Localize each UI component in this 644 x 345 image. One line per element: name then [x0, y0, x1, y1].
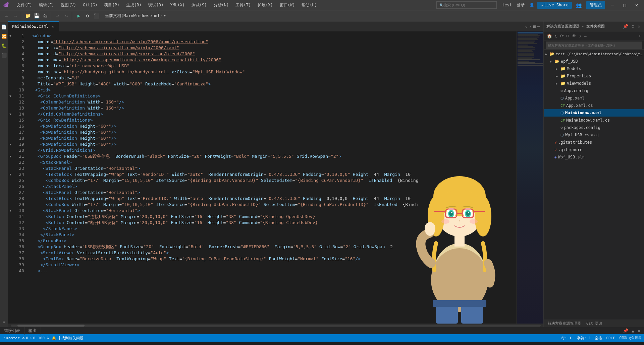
tree-item-csproj[interactable]: ⬡ Wpf_USB.csproj: [544, 131, 644, 139]
bottom-close-icon[interactable]: ✕: [637, 328, 641, 334]
debug-activity-icon[interactable]: 🐛: [0, 42, 8, 50]
code-editor[interactable]: <Window xmlns="http://schemas.microsoft.…: [30, 31, 517, 324]
menu-window[interactable]: 窗口(W): [276, 1, 299, 9]
solution-search[interactable]: [544, 41, 644, 50]
add-filter-icon[interactable]: +: [637, 33, 642, 39]
admin-button[interactable]: 管理员: [586, 1, 605, 9]
errors-item[interactable]: ⊘ 0 ⚠ 0: [22, 336, 36, 340]
menu-help[interactable]: 帮助(H): [298, 1, 320, 9]
toolbar-forward[interactable]: →: [11, 12, 19, 20]
tree-item-wpf-usb[interactable]: ▼ 📂 Wpf_USB: [544, 58, 644, 65]
toolbar-attach[interactable]: ⚙: [84, 12, 92, 20]
spaces-item[interactable]: 空格: [595, 336, 602, 341]
refresh-icon[interactable]: ↻: [554, 33, 558, 39]
tree-item-mainwindow-xaml[interactable]: ⬡ MainWindow.xaml: [544, 109, 644, 117]
toolbar-back[interactable]: ←: [3, 12, 11, 20]
sol-tab-explorer[interactable]: 解决方案资源管理器: [546, 321, 582, 326]
tree-item-app-xaml-cs[interactable]: C# App.xaml.cs: [544, 102, 644, 109]
menu-file[interactable]: 文件(F): [13, 1, 36, 9]
collapse-3[interactable]: ▼: [8, 111, 13, 117]
menu-debug[interactable]: 调试(D): [145, 1, 167, 9]
tree-item-gitattributes[interactable]: ⑂ .gitattributes: [544, 139, 644, 146]
git-icon[interactable]: 🔀: [0, 32, 8, 40]
horizontal-scrollbar[interactable]: [8, 324, 543, 327]
sync-icon[interactable]: ⟳: [559, 33, 565, 39]
tree-item-mainwindow-xaml-cs[interactable]: C# MainWindow.xaml.cs: [544, 117, 644, 124]
home-icon[interactable]: 🏠: [546, 33, 553, 39]
menu-tools[interactable]: 工具(T): [232, 1, 254, 9]
live-share-button[interactable]: ↗ Live Share: [537, 2, 572, 9]
line-col-item[interactable]: 行: 1 字符: 1: [561, 336, 591, 341]
search-input[interactable]: [443, 3, 487, 7]
tab-output[interactable]: 输出: [24, 327, 41, 335]
tree-item-packages-config[interactable]: ⚙ packages.config: [544, 124, 644, 131]
collapse-7[interactable]: ▼: [8, 208, 13, 214]
code-line-2: xmlns="http://schemas.microsoft.com/winf…: [30, 39, 517, 45]
more-tabs-icon[interactable]: ⋯: [537, 23, 541, 30]
tree-item-models[interactable]: ▶ 📁 Models: [544, 65, 644, 72]
solution-search-input[interactable]: [546, 42, 642, 49]
tree-item-properties[interactable]: ▶ 📁 Properties: [544, 72, 644, 80]
explorer-icon[interactable]: 📄: [0, 23, 8, 31]
bottom-pin-icon[interactable]: 📌: [622, 328, 629, 334]
toolbar-new-project[interactable]: 📁: [24, 12, 32, 20]
tab-bar: MainWindow.xaml ✕ ‹ › ⊞ ⋯: [8, 21, 543, 31]
tab-close-icon[interactable]: ✕: [50, 24, 55, 29]
toolbar-undo[interactable]: ↩: [54, 12, 62, 20]
panel-close-icon[interactable]: ✕: [637, 23, 641, 29]
search-box[interactable]: 🔍: [436, 1, 497, 9]
sign-in-button[interactable]: 登录: [515, 2, 527, 9]
h-scroll-track[interactable]: [11, 325, 541, 327]
menu-extensions[interactable]: 扩展(X): [254, 1, 276, 9]
minimize-button[interactable]: ─: [608, 1, 617, 9]
menu-build[interactable]: 生成(B): [123, 1, 145, 9]
tree-item-app-config[interactable]: ⚙ App.config: [544, 87, 644, 94]
pin-icon[interactable]: 📌: [622, 23, 629, 29]
git-branch-item[interactable]: ⑂ master: [3, 336, 20, 340]
sol-tab-git[interactable]: Git 更改: [585, 321, 604, 326]
toolbar-save-all[interactable]: 🗂: [41, 12, 49, 20]
tab-scroll-left-icon[interactable]: ‹: [524, 23, 528, 30]
menu-analyze[interactable]: 分析(N): [210, 1, 232, 9]
collapse-all-icon[interactable]: ⊟: [566, 33, 570, 39]
profile-icon[interactable]: ⚙: [0, 318, 8, 326]
menu-view[interactable]: 视图(V): [57, 1, 79, 9]
current-document-selector[interactable]: 当前文档(MainWindow.xaml) ▾: [103, 12, 168, 19]
maximize-button[interactable]: □: [620, 1, 629, 9]
editor-inner: ▼ ▼ ▼ ▼ ▼ ▼ ▼ 1 2 3 4 5 6 7 8 9 10 11: [8, 31, 543, 324]
menu-project[interactable]: 项目(P): [101, 1, 123, 9]
collapse-6[interactable]: ▼: [8, 171, 13, 178]
collapse-4[interactable]: ▼: [8, 141, 13, 147]
split-editor-icon[interactable]: ⊞: [532, 23, 536, 30]
tab-mainwindow-xaml[interactable]: MainWindow.xaml ✕: [8, 21, 59, 31]
move-icon[interactable]: →: [583, 33, 588, 39]
collapse-5[interactable]: ▼: [8, 153, 13, 159]
close-button[interactable]: ✕: [632, 1, 641, 9]
menu-test[interactable]: 测试(S): [188, 1, 210, 9]
toolbar-redo[interactable]: ↪: [62, 12, 70, 20]
extensions-activity-icon[interactable]: ⬛: [0, 51, 8, 59]
encoding-item[interactable]: CRLF: [606, 336, 615, 340]
no-issues-item[interactable]: 🔔 未找到相关问题: [52, 336, 84, 341]
tree-item-app-xaml[interactable]: ⬡ App.xaml: [544, 94, 644, 102]
tab-error-list[interactable]: 错误列表: [0, 327, 24, 335]
panel-settings-icon[interactable]: ⚙: [631, 23, 635, 29]
toolbar-save[interactable]: 💾: [33, 12, 41, 20]
menu-xml[interactable]: XML(X): [167, 1, 188, 9]
sol-toolbar-action-icon[interactable]: ⚡: [578, 33, 583, 39]
menu-git[interactable]: Git(G): [79, 1, 101, 9]
tree-item-sln[interactable]: ◈ Wpf_USB.sln: [544, 153, 644, 161]
bottom-expand-icon[interactable]: ▲: [631, 328, 635, 334]
tree-item-viewmodels[interactable]: ▶ 📁 ViewModels: [544, 80, 644, 87]
zoom-item[interactable]: 100 %: [38, 336, 49, 340]
menu-edit[interactable]: 编辑(E): [36, 1, 58, 9]
tree-item-gitignore[interactable]: ⑂ .gitignore: [544, 146, 644, 153]
toolbar-start[interactable]: ▶: [75, 12, 83, 20]
tab-scroll-right-icon[interactable]: ›: [528, 23, 532, 30]
tree-root[interactable]: ▶ 📂 test (C:\Users\Administrator\Desktop…: [544, 50, 644, 58]
collapse-2[interactable]: ▼: [8, 93, 13, 99]
toolbar-stop[interactable]: ⬛: [92, 12, 100, 20]
show-all-files-icon[interactable]: 👁: [571, 33, 577, 39]
collapse-1[interactable]: ▼: [8, 33, 13, 39]
h-scroll-thumb[interactable]: [17, 325, 85, 327]
